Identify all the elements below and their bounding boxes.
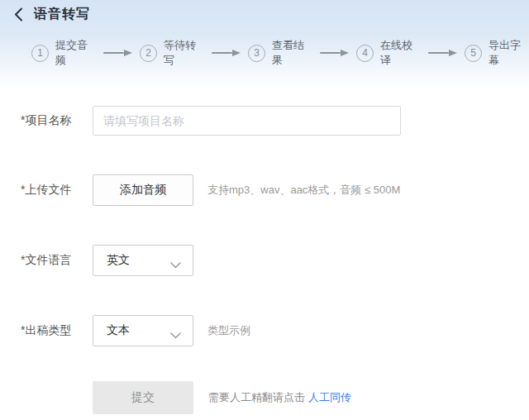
- step-label: 等待转写: [164, 38, 204, 68]
- step-label: 提交音频: [55, 38, 96, 68]
- output-type-label: *出稿类型: [21, 323, 93, 338]
- arrow-right-icon: [320, 50, 349, 56]
- project-name-input[interactable]: [93, 106, 401, 136]
- file-language-row: *文件语言 英文: [21, 245, 193, 276]
- arrow-right-icon: [212, 50, 241, 56]
- output-type-select[interactable]: 文本: [93, 315, 193, 346]
- human-translation-note-text: 需要人工精翻请点击: [208, 391, 305, 403]
- page-title: 语音转写: [34, 6, 90, 23]
- chevron-left-icon: [14, 7, 23, 21]
- arrow-right-icon: [103, 50, 132, 56]
- file-language-selected-value: 英文: [107, 253, 130, 268]
- voice-transcription-page: 语音转写 1 提交音频 2 等待转写 3 查看结果 4 在线校译 5 导出字幕 …: [0, 0, 529, 420]
- step-number-badge: 5: [465, 45, 482, 62]
- step-number-badge: 2: [140, 45, 157, 62]
- upload-format-hint: 支持mp3、wav、aac格式，音频 ≤ 500M: [207, 183, 400, 198]
- project-name-label: *项目名称: [21, 113, 93, 128]
- arrow-right-icon: [428, 50, 457, 56]
- page-header: 语音转写: [10, 5, 90, 23]
- type-example-link[interactable]: 类型示例: [207, 323, 250, 338]
- step-item-online-proofread: 4 在线校译: [356, 38, 421, 68]
- project-name-row: *项目名称: [21, 106, 401, 136]
- step-item-export-subtitle: 5 导出字幕: [465, 38, 529, 68]
- step-number-badge: 4: [356, 45, 374, 62]
- submit-button[interactable]: 提交: [93, 381, 193, 414]
- upload-file-label: *上传文件: [21, 183, 93, 198]
- output-type-selected-value: 文本: [107, 323, 130, 338]
- back-button[interactable]: [10, 5, 26, 23]
- file-language-label: *文件语言: [21, 253, 93, 268]
- chevron-down-icon: [170, 258, 181, 271]
- chevron-down-icon: [170, 328, 181, 341]
- step-item-view-result: 3 查看结果: [248, 38, 312, 68]
- submit-row: 提交 需要人工精翻请点击人工同传: [21, 381, 351, 414]
- step-item-submit-audio: 1 提交音频: [31, 38, 96, 68]
- output-type-row: *出稿类型 文本 类型示例: [21, 315, 250, 346]
- upload-file-row: *上传文件 添加音频 支持mp3、wav、aac格式，音频 ≤ 500M: [21, 174, 400, 206]
- step-number-badge: 3: [248, 45, 265, 62]
- human-interpretation-link[interactable]: 人工同传: [308, 391, 351, 403]
- step-wizard: 1 提交音频 2 等待转写 3 查看结果 4 在线校译 5 导出字幕: [31, 38, 529, 68]
- step-item-wait-transcribe: 2 等待转写: [140, 38, 204, 68]
- step-label: 查看结果: [272, 38, 312, 68]
- step-label: 导出字幕: [488, 38, 529, 68]
- step-number-badge: 1: [31, 45, 49, 62]
- file-language-select[interactable]: 英文: [93, 245, 193, 276]
- step-label: 在线校译: [380, 38, 421, 68]
- add-audio-button[interactable]: 添加音频: [93, 174, 193, 206]
- human-translation-note: 需要人工精翻请点击人工同传: [208, 390, 351, 405]
